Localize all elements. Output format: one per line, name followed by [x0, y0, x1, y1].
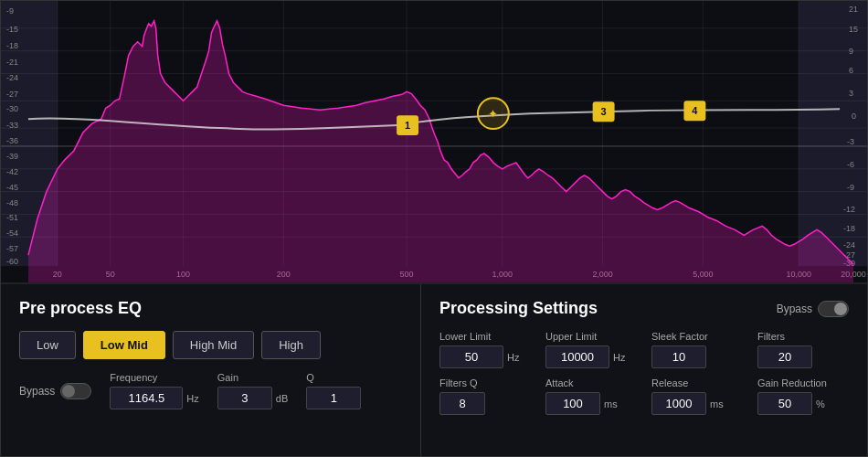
gain-reduction-input[interactable] [757, 392, 812, 415]
setting-gain-reduction: Gain Reduction % [757, 377, 849, 415]
q-input[interactable] [306, 387, 361, 409]
gain-input[interactable] [217, 387, 272, 409]
frequency-label: Frequency [110, 372, 198, 383]
release-label: Release [651, 377, 743, 388]
svg-text:-57: -57 [6, 244, 18, 253]
upper-limit-unit: Hz [613, 352, 625, 363]
svg-text:-51: -51 [6, 213, 18, 222]
upper-limit-row: Hz [545, 345, 637, 368]
setting-release: Release ms [651, 377, 743, 415]
upper-limit-input[interactable] [545, 345, 609, 368]
processing-header: Processing Settings Bypass [439, 299, 849, 318]
svg-text:6: 6 [849, 67, 853, 76]
band-btn-high[interactable]: High [261, 331, 321, 359]
setting-filters: Filters [757, 331, 849, 368]
svg-text:3: 3 [849, 89, 853, 98]
svg-text:-9: -9 [6, 6, 14, 16]
svg-text:-27: -27 [6, 90, 18, 99]
lower-limit-input[interactable] [439, 345, 503, 368]
gain-label: Gain [217, 372, 288, 383]
band-buttons: Low Low Mid High Mid High [19, 331, 402, 359]
q-group: Q [306, 372, 361, 409]
processing-panel: Processing Settings Bypass Lower Limit H… [421, 284, 867, 456]
svg-text:-48: -48 [6, 198, 18, 207]
svg-text:-39: -39 [6, 152, 18, 161]
svg-text:-54: -54 [6, 228, 18, 238]
band-btn-highmid[interactable]: High Mid [173, 331, 254, 359]
frequency-input-row: Hz [110, 387, 198, 409]
band-btn-low[interactable]: Low [19, 331, 76, 359]
toggle-knob [62, 385, 75, 398]
svg-text:-12: -12 [843, 206, 855, 215]
filters-q-label: Filters Q [439, 377, 531, 388]
svg-text:-9: -9 [847, 183, 854, 192]
svg-text:-18: -18 [6, 41, 18, 50]
svg-text:-24: -24 [6, 73, 18, 82]
attack-unit: ms [604, 399, 618, 409]
sleek-factor-row [651, 345, 743, 368]
bypass-toggle[interactable] [60, 383, 91, 399]
svg-text:-24: -24 [843, 240, 855, 250]
settings-grid: Lower Limit Hz Upper Limit Hz Sleek Fact… [439, 331, 849, 415]
pre-process-title: Pre process EQ [19, 299, 402, 318]
setting-upper-limit: Upper Limit Hz [545, 331, 637, 368]
upper-limit-label: Upper Limit [545, 331, 637, 342]
svg-text:4: 4 [692, 105, 698, 116]
gain-input-row: dB [217, 387, 288, 409]
bypass-label: Bypass [19, 385, 55, 398]
svg-text:✦: ✦ [488, 107, 498, 121]
release-input[interactable] [651, 392, 706, 415]
release-unit: ms [710, 399, 724, 409]
svg-text:-15: -15 [6, 25, 18, 34]
gain-group: Gain dB [217, 372, 288, 409]
filters-q-input[interactable] [439, 392, 485, 415]
param-row: Bypass Frequency Hz Gain [19, 372, 402, 409]
sleek-factor-input[interactable] [651, 345, 706, 368]
setting-lower-limit: Lower Limit Hz [439, 331, 531, 368]
lower-limit-label: Lower Limit [439, 331, 531, 342]
svg-text:-6: -6 [847, 160, 854, 169]
svg-text:15: 15 [849, 25, 858, 34]
main-container: -9 -15 -18 -21 -24 -27 -30 -33 -36 -39 -… [0, 0, 868, 457]
processing-toggle-knob [834, 303, 847, 315]
svg-text:-21: -21 [6, 58, 18, 67]
filters-row [757, 345, 849, 368]
filters-input[interactable] [757, 345, 812, 368]
svg-text:1: 1 [405, 120, 410, 131]
processing-title: Processing Settings [439, 299, 598, 318]
lower-limit-unit: Hz [507, 352, 519, 363]
gain-reduction-unit: % [816, 399, 825, 409]
filters-q-row [439, 392, 531, 415]
bypass-section: Bypass [19, 383, 91, 399]
svg-text:-60: -60 [6, 257, 18, 266]
sleek-factor-label: Sleek Factor [651, 331, 743, 342]
release-row: ms [651, 392, 743, 415]
band-btn-lowmid[interactable]: Low Mid [83, 331, 165, 359]
frequency-input[interactable] [110, 387, 183, 409]
attack-input[interactable] [545, 392, 600, 415]
attack-row: ms [545, 392, 637, 415]
svg-rect-2 [799, 1, 867, 266]
bypass-right-label: Bypass [777, 303, 812, 315]
lower-limit-row: Hz [439, 345, 531, 368]
svg-text:3: 3 [601, 106, 607, 117]
gain-unit: dB [276, 393, 288, 404]
processing-bypass-toggle[interactable] [818, 301, 849, 317]
controls-area: Pre process EQ Low Low Mid High Mid High… [1, 284, 867, 456]
q-input-row [306, 387, 361, 409]
gain-reduction-row: % [757, 392, 849, 415]
svg-text:21: 21 [849, 5, 858, 14]
gain-reduction-label: Gain Reduction [757, 377, 849, 388]
frequency-unit: Hz [186, 393, 198, 404]
svg-text:0: 0 [852, 112, 856, 121]
filters-label: Filters [757, 331, 849, 342]
frequency-group: Frequency Hz [110, 372, 198, 409]
q-label: Q [306, 372, 361, 383]
svg-text:-45: -45 [6, 183, 18, 192]
attack-label: Attack [545, 377, 637, 388]
svg-text:-42: -42 [6, 167, 18, 176]
setting-attack: Attack ms [545, 377, 637, 415]
setting-sleek-factor: Sleek Factor [651, 331, 743, 368]
svg-text:-18: -18 [843, 224, 855, 233]
svg-text:-36: -36 [6, 136, 18, 145]
